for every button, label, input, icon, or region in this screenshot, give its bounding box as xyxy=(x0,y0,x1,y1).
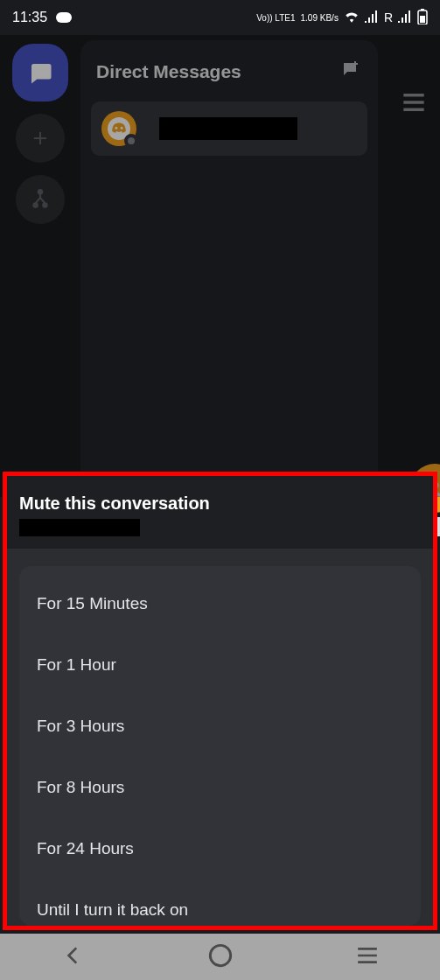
status-bar: 11:35 Vo)) LTE1 1.09 KB/s R xyxy=(0,0,440,35)
recents-button[interactable] xyxy=(356,946,379,969)
mute-option-8hr[interactable]: For 8 Hours xyxy=(19,757,421,818)
svg-point-3 xyxy=(210,945,230,965)
phone-screen: 11:35 Vo)) LTE1 1.09 KB/s R xyxy=(0,0,440,934)
system-nav-bar xyxy=(0,934,440,980)
mute-option-until[interactable]: Until I turn it back on xyxy=(19,879,421,926)
svg-rect-2 xyxy=(420,16,425,23)
mute-option-24hr[interactable]: For 24 Hours xyxy=(19,818,421,879)
add-server-button[interactable] xyxy=(16,114,65,163)
main-area: Direct Messages xyxy=(0,35,440,497)
highlighted-region: Mute this conversation For 15 Minutes Fo… xyxy=(3,472,437,930)
back-button[interactable] xyxy=(62,944,85,970)
sheet-title: Mute this conversation xyxy=(19,494,421,514)
status-offline-icon xyxy=(124,134,138,148)
speed-indicator: 1.09 KB/s xyxy=(301,13,339,23)
avatar xyxy=(101,111,136,146)
hamburger-icon[interactable] xyxy=(402,93,440,116)
mute-option-1hr[interactable]: For 1 Hour xyxy=(19,634,421,696)
server-rail xyxy=(0,35,80,497)
roaming-indicator: R xyxy=(384,10,393,24)
mute-bottom-sheet: Mute this conversation For 15 Minutes Fo… xyxy=(7,476,433,926)
signal-icon-2 xyxy=(398,10,412,25)
home-button[interactable] xyxy=(208,943,233,971)
dm-title: Direct Messages xyxy=(96,61,241,82)
cloud-icon xyxy=(56,12,72,23)
discover-button[interactable] xyxy=(16,175,65,224)
sheet-header: Mute this conversation xyxy=(7,476,433,549)
wifi-icon xyxy=(344,10,360,25)
dm-conversation-item[interactable] xyxy=(91,102,367,156)
mute-options-list: For 15 Minutes For 1 Hour For 3 Hours Fo… xyxy=(19,566,421,926)
lte-indicator: Vo)) LTE1 xyxy=(256,13,295,23)
new-message-icon[interactable] xyxy=(339,60,362,84)
right-edge-panel: Bl xyxy=(386,75,440,530)
dm-home-button[interactable] xyxy=(12,44,68,102)
mute-option-15min[interactable]: For 15 Minutes xyxy=(19,573,421,634)
redacted-subtitle xyxy=(19,519,140,536)
redacted-name xyxy=(159,117,297,140)
svg-rect-1 xyxy=(421,9,424,10)
battery-icon xyxy=(417,9,428,27)
signal-icon-1 xyxy=(365,10,379,25)
dm-panel: Direct Messages xyxy=(80,40,378,497)
status-time: 11:35 xyxy=(12,10,47,25)
mute-option-3hr[interactable]: For 3 Hours xyxy=(19,696,421,757)
